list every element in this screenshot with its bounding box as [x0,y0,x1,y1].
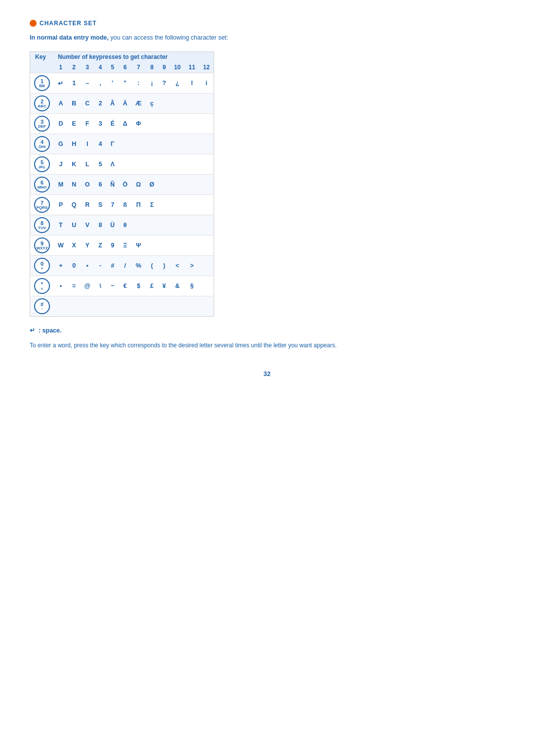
table-row: 9WXYZWXYZ9ΞΨ [30,236,214,256]
col-num-6: 6 [119,62,132,73]
char-cell: V [81,215,94,236]
char-cell [119,154,132,175]
char-cell: W [54,236,68,256]
char-cell: ¿ [170,73,184,94]
char-cell [184,134,199,154]
char-cell: @ [81,276,94,296]
char-cell: A [54,94,68,114]
key-cell-9: 9WXYZ [30,236,54,256]
table-row: 4GHIGHI4Γ [30,134,214,154]
col-num-3: 3 [81,62,94,73]
table-row: *=•=@\~€$£¥&§ [30,276,214,296]
char-cell: Λ [106,154,119,175]
char-cell [184,94,199,114]
char-cell: F [81,114,94,134]
char-cell: D [54,114,68,134]
char-cell: ? [158,73,170,94]
col-num-8: 8 [145,62,158,73]
char-cell [170,195,184,215]
col-num-5: 5 [106,62,119,73]
char-cell: ß [119,195,132,215]
key-col-empty [30,62,54,73]
char-cell: J [54,154,68,175]
char-cell [184,154,199,175]
char-cell: i [199,73,214,94]
char-cell [145,134,158,154]
char-cell: £ [145,276,158,296]
char-cell: Æ [132,94,146,114]
char-cell: ) [158,256,170,276]
char-cell: Q [68,195,81,215]
char-cell: M [54,175,68,195]
char-cell: 0 [68,256,81,276]
char-cell: Ø [145,175,158,195]
char-cell: , [94,73,106,94]
char-cell: N [68,175,81,195]
char-cell [158,236,170,256]
char-cell: - [94,256,106,276]
key-cell-0: 0+ [30,256,54,276]
char-cell [184,215,199,236]
char-cell [184,175,199,195]
keypresses-header: Number of keypresses to get character [54,52,214,62]
col-num-4: 4 [94,62,106,73]
char-cell [145,114,158,134]
table-row: 0++0•-#/%()<> [30,256,214,276]
char-cell [106,296,119,317]
key-cell-*: *= [30,276,54,296]
table-row: #↑ [30,296,214,317]
char-cell [170,154,184,175]
char-cell: • [81,256,94,276]
char-cell: Ü [106,215,119,236]
char-cell: Ö [119,175,132,195]
section-title: CHARACTER SET [30,20,504,27]
character-table: Key Number of keypresses to get characte… [30,51,214,317]
char-cell: + [54,256,68,276]
key-cell-6: 6MNO [30,175,54,195]
col-num-9: 9 [158,62,170,73]
char-cell: Φ [132,114,146,134]
table-row: 7PQRSPQRS7ßΠΣ [30,195,214,215]
char-cell: K [68,154,81,175]
char-cell: " [119,73,132,94]
char-cell [170,94,184,114]
char-cell [158,94,170,114]
col-num-1: 1 [54,62,68,73]
char-cell: S [94,195,106,215]
char-cell: = [68,276,81,296]
char-cell [132,154,146,175]
table-row: 5JKLJKL5Λ [30,154,214,175]
char-cell [145,154,158,175]
table-row: 3DEFDEF3ÉΔΦ [30,114,214,134]
char-cell: E [68,114,81,134]
char-cell [170,134,184,154]
key-cell-8: 8TUV [30,215,54,236]
key-cell-7: 7PQRS [30,195,54,215]
char-cell: – [81,73,94,94]
key-cell-3: 3DEF [30,114,54,134]
char-cell [94,296,106,317]
char-cell [119,134,132,154]
table-row: 6MNOMNO6ÑÖΩØ [30,175,214,195]
char-cell [199,154,214,175]
col-num-12: 12 [199,62,214,73]
char-cell: θ [119,215,132,236]
char-cell [132,134,146,154]
key-column-header: Key [30,52,54,62]
char-cell: Ξ [119,236,132,256]
char-cell: ¡ [145,73,158,94]
char-cell [170,236,184,256]
char-cell [145,296,158,317]
char-cell [158,296,170,317]
char-cell [158,114,170,134]
char-cell: R [81,195,94,215]
char-cell [199,296,214,317]
char-cell: ↵ [54,73,68,94]
char-cell [158,195,170,215]
char-cell: : [132,73,146,94]
intro-rest: you can access the following character s… [110,34,228,41]
char-cell: € [119,276,132,296]
char-cell: P [54,195,68,215]
char-cell [199,94,214,114]
char-cell: Δ [119,114,132,134]
